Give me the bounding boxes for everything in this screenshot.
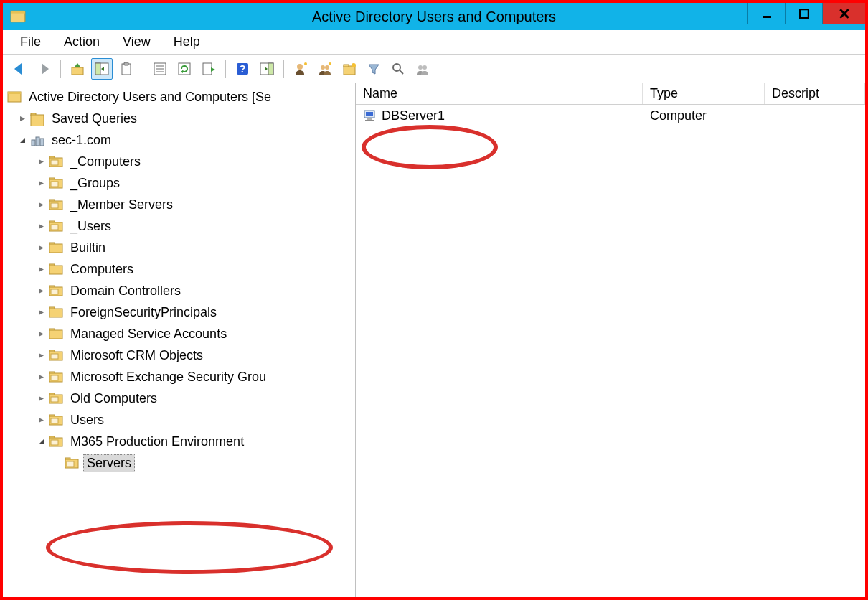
ou-folder-icon [49, 348, 63, 362]
menubar: File Action View Help [3, 30, 865, 55]
tree-ou-item[interactable]: Old Computers [67, 390, 160, 407]
svg-rect-102 [51, 440, 58, 445]
tree-ou-item[interactable]: _Member Servers [67, 197, 176, 213]
tree-domain[interactable]: sec-1.com [49, 132, 114, 149]
expander-icon[interactable] [36, 415, 46, 425]
minimize-button[interactable] [747, 3, 785, 24]
menu-file[interactable]: File [9, 32, 52, 52]
expander-icon[interactable] [17, 113, 27, 123]
toolbar-separator [225, 60, 226, 78]
export-list-button[interactable] [198, 58, 220, 80]
expander-icon[interactable] [36, 221, 46, 231]
svg-rect-62 [51, 203, 58, 208]
up-button[interactable] [67, 58, 88, 80]
svg-rect-46 [31, 115, 44, 126]
tree-ou-item[interactable]: _Users [67, 218, 114, 235]
add-to-group-button[interactable] [412, 58, 433, 80]
folder-icon [49, 305, 63, 319]
svg-point-31 [321, 65, 325, 70]
tree-ou-item[interactable]: ForeignSecurityPrincipals [67, 304, 220, 321]
tree-ou-item[interactable]: Managed Service Accounts [67, 326, 230, 342]
tree-selected-node[interactable]: Servers [83, 454, 135, 472]
ou-folder-icon [49, 197, 63, 212]
column-name[interactable]: Name [356, 83, 643, 104]
menu-view[interactable]: View [111, 32, 162, 52]
svg-rect-79 [49, 309, 62, 317]
tree-ou-item[interactable]: Microsoft Exchange Security Grou [67, 369, 269, 385]
nav-forward-button[interactable] [33, 58, 55, 80]
svg-point-36 [352, 63, 356, 67]
svg-rect-21 [203, 63, 212, 75]
svg-point-41 [423, 65, 427, 70]
svg-rect-109 [365, 120, 374, 121]
svg-rect-8 [72, 67, 83, 75]
svg-marker-51 [39, 159, 44, 164]
expander-open-icon[interactable] [17, 135, 27, 145]
find-button[interactable] [387, 58, 409, 80]
tree-pane[interactable]: Active Directory Users and Computers [Se… [3, 83, 356, 597]
expander-icon[interactable] [36, 264, 46, 274]
expander-icon[interactable] [36, 307, 46, 317]
column-description[interactable]: Descript [765, 83, 865, 104]
svg-rect-1 [11, 11, 25, 13]
show-hide-tree-button[interactable] [91, 58, 113, 80]
new-group-button[interactable] [314, 58, 336, 80]
svg-rect-86 [51, 354, 58, 359]
tree-ou-item[interactable]: Builtin [67, 240, 108, 256]
svg-rect-26 [268, 63, 273, 75]
folder-icon [49, 240, 63, 255]
expander-icon[interactable] [36, 436, 46, 446]
menu-action[interactable]: Action [52, 32, 111, 52]
nav-back-button[interactable] [9, 58, 30, 80]
expander-icon[interactable] [36, 200, 46, 210]
svg-marker-77 [39, 310, 44, 315]
svg-marker-70 [39, 267, 44, 272]
column-type[interactable]: Type [643, 83, 765, 104]
tree-ou-item[interactable]: Microsoft CRM Objects [67, 347, 206, 364]
menu-help[interactable]: Help [162, 32, 212, 52]
svg-rect-3 [800, 9, 808, 18]
new-ou-button[interactable] [339, 58, 360, 80]
tree-ou-item[interactable]: Domain Controllers [67, 283, 184, 299]
expander-icon[interactable] [36, 329, 46, 339]
new-user-button[interactable] [290, 58, 311, 80]
tree-ou-item[interactable]: M365 Production Environment [67, 433, 247, 450]
expander-icon[interactable] [36, 243, 46, 253]
expander-icon[interactable] [36, 178, 46, 188]
computer-icon [363, 108, 377, 123]
help-button[interactable]: ? [232, 58, 253, 80]
ou-folder-icon [49, 370, 63, 384]
refresh-button[interactable] [174, 58, 195, 80]
filter-button[interactable] [363, 58, 385, 80]
clipboard-button[interactable] [115, 58, 137, 80]
expander-icon[interactable] [36, 372, 46, 382]
tree-ou-item[interactable]: Users [67, 412, 107, 428]
properties-button[interactable] [149, 58, 171, 80]
svg-text:?: ? [240, 63, 246, 75]
maximize-button[interactable] [785, 3, 822, 24]
svg-marker-55 [39, 181, 44, 186]
expander-icon[interactable] [36, 393, 46, 403]
action-pane-button[interactable] [256, 58, 278, 80]
list-row[interactable]: DBServer1 Computer [356, 105, 865, 126]
tree-saved-queries[interactable]: Saved Queries [49, 111, 140, 127]
svg-rect-49 [36, 137, 39, 146]
tree-ou-item[interactable]: _Groups [67, 175, 123, 192]
close-button[interactable] [822, 3, 865, 24]
svg-marker-67 [39, 245, 44, 250]
expander-icon[interactable] [36, 350, 46, 360]
ou-folder-icon [49, 413, 63, 427]
svg-marker-7 [42, 63, 49, 75]
svg-marker-80 [39, 332, 44, 337]
svg-rect-76 [51, 289, 58, 294]
svg-marker-47 [20, 138, 25, 143]
expander-icon[interactable] [36, 156, 46, 167]
svg-rect-58 [51, 182, 58, 187]
tree-ou-item[interactable]: Computers [67, 261, 136, 278]
tree-root[interactable]: Active Directory Users and Computers [Se [26, 89, 274, 106]
tree-ou-item[interactable]: _Computers [67, 154, 143, 170]
svg-rect-90 [51, 375, 58, 380]
expander-icon[interactable] [36, 286, 46, 296]
list-pane[interactable]: Name Type Descript DBServer1 Computer [356, 83, 865, 597]
svg-marker-6 [14, 63, 22, 75]
